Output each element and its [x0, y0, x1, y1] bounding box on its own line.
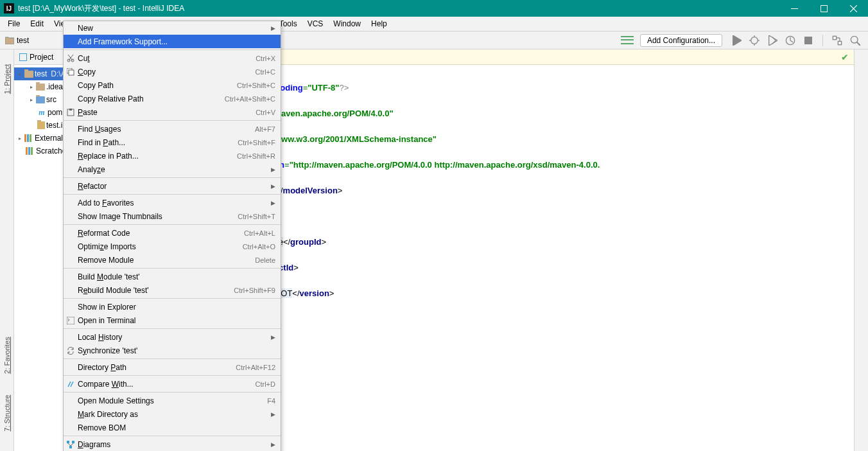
menu-item-show-image-thumbnails[interactable]: Show Image ThumbnailsCtrl+Shift+T — [64, 209, 281, 223]
menu-shortcut: Ctrl+Alt+O — [243, 243, 275, 251]
run-icon[interactable] — [731, 35, 742, 46]
menu-item-paste[interactable]: PasteCtrl+V — [64, 105, 281, 119]
breadcrumb-test[interactable]: test — [17, 36, 29, 45]
menu-item-label: Diagrams — [78, 440, 275, 449]
menu-item-label: Synchronize 'test' — [78, 346, 275, 355]
menu-separator — [64, 177, 281, 178]
tool-favorites[interactable]: 2: Favorites — [3, 336, 11, 375]
menu-item-rebuild-module-test[interactable]: Rebuild Module 'test'Ctrl+Shift+F9 — [64, 283, 281, 297]
menu-item-add-to-favorites[interactable]: Add to Favorites▶ — [64, 196, 281, 209]
menu-item-add-framework-support[interactable]: Add Framework Support... — [64, 35, 281, 48]
project-structure-icon[interactable] — [832, 35, 842, 46]
menu-item-reformat-code[interactable]: Reformat CodeCtrl+Alt+L — [64, 226, 281, 240]
svg-line-24 — [69, 55, 73, 60]
menu-shortcut: Ctrl+Alt+F12 — [236, 364, 275, 371]
maximize-button[interactable] — [809, 0, 838, 17]
search-icon[interactable] — [850, 35, 860, 46]
menu-item-copy-path[interactable]: Copy PathCtrl+Shift+C — [64, 78, 281, 92]
minimize-button[interactable] — [779, 0, 809, 17]
add-configuration-button[interactable]: Add Configuration... — [640, 34, 722, 47]
menu-item-label: Mark Directory as — [78, 410, 275, 419]
menu-shortcut: Ctrl+D — [256, 380, 275, 388]
menu-separator — [64, 436, 281, 436]
profile-icon[interactable] — [785, 35, 795, 46]
menu-item-label: Reformat Code — [78, 229, 244, 238]
menu-window[interactable]: Window — [328, 17, 366, 30]
menu-item-label: Build Module 'test' — [78, 272, 275, 281]
menu-item-copy-relative-path[interactable]: Copy Relative PathCtrl+Alt+Shift+C — [64, 92, 281, 105]
submenu-arrow-icon: ▶ — [271, 441, 275, 448]
editor-banner: ✔ — [187, 49, 854, 65]
menu-item-open-module-settings[interactable]: Open Module SettingsF4 — [64, 394, 281, 407]
svg-rect-31 — [67, 441, 69, 443]
tool-structure[interactable]: 7: Structure — [3, 394, 11, 432]
folder-icon — [5, 37, 14, 44]
stop-icon[interactable] — [803, 35, 813, 46]
app-logo-icon: IJ — [4, 3, 14, 13]
menu-item-refactor[interactable]: Refactor▶ — [64, 179, 281, 193]
menu-item-label: Find Usages — [78, 125, 255, 134]
menu-shortcut: Ctrl+Shift+F — [238, 139, 275, 146]
folder-icon — [24, 71, 33, 78]
submenu-arrow-icon: ▶ — [271, 334, 275, 340]
svg-rect-20 — [27, 134, 29, 142]
editor-area[interactable]: ✔ xml version="1.0" encoding="UTF-8"?> r… — [187, 49, 854, 451]
menu-item-find-in-path[interactable]: Find in Path...Ctrl+Shift+F — [64, 136, 281, 149]
menu-edit[interactable]: Edit — [25, 17, 49, 30]
tool-project[interactable]: 1: Project — [3, 63, 11, 95]
menu-item-label: Local History — [78, 333, 275, 342]
menu-item-remove-module[interactable]: Remove ModuleDelete — [64, 253, 281, 267]
menu-shortcut: Ctrl+Shift+F9 — [234, 287, 275, 294]
menu-item-label: Find in Path... — [78, 138, 238, 147]
menu-item-remove-bom[interactable]: Remove BOM — [64, 421, 281, 434]
debug-icon[interactable] — [749, 35, 759, 46]
close-button[interactable] — [838, 0, 868, 17]
menu-item-copy[interactable]: CopyCtrl+C — [64, 65, 281, 78]
paste-icon — [66, 108, 75, 117]
libraries-icon — [24, 134, 33, 142]
cut-icon — [66, 54, 75, 63]
code-content[interactable]: xml version="1.0" encoding="UTF-8"?> roj… — [187, 65, 854, 403]
project-view-icon — [19, 53, 27, 61]
menu-shortcut: Ctrl+Alt+Shift+C — [225, 95, 275, 103]
window-title: test [D:\A_MyWork\开发\test] - test - Inte… — [18, 3, 779, 14]
menu-item-build-module-test[interactable]: Build Module 'test' — [64, 270, 281, 283]
menu-file[interactable]: File — [3, 17, 25, 30]
term-icon — [66, 316, 75, 325]
build-icon[interactable] — [621, 35, 634, 46]
menu-item-label: Replace in Path... — [78, 152, 237, 161]
menu-separator — [64, 392, 281, 393]
menu-item-cut[interactable]: CutCtrl+X — [64, 51, 281, 65]
menu-item-diagrams[interactable]: Diagrams▶ — [64, 438, 281, 451]
menu-item-label: Add to Favorites — [78, 199, 275, 208]
menu-item-find-usages[interactable]: Find UsagesAlt+F7 — [64, 122, 281, 136]
menu-item-analyze[interactable]: Analyze▶ — [64, 163, 281, 176]
svg-rect-1 — [820, 5, 827, 12]
menu-vcs[interactable]: VCS — [302, 17, 329, 30]
menu-item-label: Show in Explorer — [78, 303, 275, 312]
menu-item-open-in-terminal[interactable]: Open in Terminal — [64, 314, 281, 327]
menu-item-replace-in-path[interactable]: Replace in Path...Ctrl+Shift+R — [64, 149, 281, 163]
menu-item-local-history[interactable]: Local History▶ — [64, 330, 281, 344]
svg-line-18 — [857, 42, 860, 45]
menu-item-label: Copy — [78, 67, 256, 76]
svg-rect-32 — [72, 441, 74, 443]
svg-rect-33 — [69, 446, 72, 448]
menu-item-optimize-imports[interactable]: Optimize ImportsCtrl+Alt+O — [64, 240, 281, 253]
menu-item-directory-path[interactable]: Directory PathCtrl+Alt+F12 — [64, 360, 281, 374]
menu-item-compare-with[interactable]: Compare With...Ctrl+D — [64, 377, 281, 391]
diag-icon — [66, 440, 75, 449]
menu-shortcut: Ctrl+Shift+C — [237, 82, 275, 89]
menu-item-show-in-explorer[interactable]: Show in Explorer — [64, 300, 281, 314]
project-panel-title: Project — [30, 53, 53, 62]
menu-shortcut: Alt+F7 — [255, 125, 275, 133]
menu-help[interactable]: Help — [366, 17, 392, 30]
context-menu: New▶Add Framework Support...CutCtrl+XCop… — [63, 21, 281, 451]
menu-item-synchronize-test[interactable]: Synchronize 'test' — [64, 344, 281, 357]
menu-shortcut: Ctrl+X — [256, 55, 275, 62]
title-bar: IJ test [D:\A_MyWork\开发\test] - test - I… — [0, 0, 868, 17]
menu-item-new[interactable]: New▶ — [64, 21, 281, 35]
menu-item-mark-directory-as[interactable]: Mark Directory as▶ — [64, 407, 281, 421]
coverage-icon[interactable] — [767, 35, 777, 46]
menu-item-label: Show Image Thumbnails — [78, 212, 238, 221]
